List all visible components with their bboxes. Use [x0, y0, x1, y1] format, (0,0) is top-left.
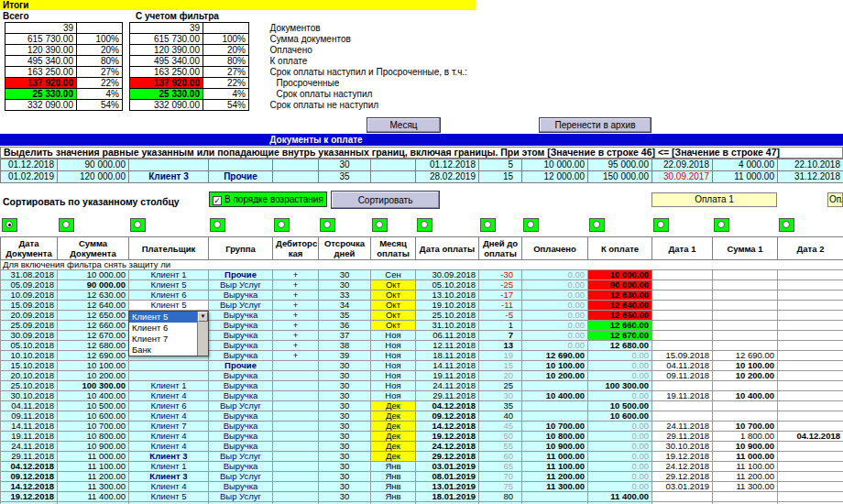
filter-cell[interactable]: Клиент 3 [129, 171, 209, 183]
table-cell[interactable]: 37 [319, 331, 371, 341]
table-cell[interactable]: 12 650.00 [58, 311, 129, 321]
table-cell[interactable] [652, 411, 713, 422]
table-cell[interactable] [713, 270, 778, 280]
table-cell[interactable]: 06.11.2018 [416, 331, 479, 341]
table-cell[interactable] [273, 472, 319, 482]
table-cell[interactable]: 0.00 [588, 361, 652, 371]
table-cell[interactable]: 30 [319, 280, 371, 290]
table-cell[interactable]: 0.00 [588, 432, 652, 442]
table-cell[interactable]: Прочие [209, 270, 273, 280]
table-cell[interactable] [522, 492, 588, 502]
table-cell[interactable]: + [273, 321, 319, 331]
filter-cell[interactable]: 30.09.2017 [652, 171, 713, 183]
table-cell[interactable]: 10.10.2018 [1, 351, 58, 361]
table-cell[interactable]: 12 650.00 [588, 311, 652, 321]
table-cell[interactable] [129, 371, 209, 381]
table-cell[interactable]: 10 900.00 [713, 442, 778, 452]
table-cell[interactable] [652, 321, 713, 331]
table-cell[interactable]: Клиент 1 [129, 270, 209, 280]
table-cell[interactable]: 15 [479, 361, 522, 371]
table-cell[interactable]: + [273, 351, 319, 361]
table-cell[interactable]: Окт [371, 301, 416, 311]
table-cell[interactable]: 29.11.2018 [652, 432, 713, 442]
filter-cell[interactable]: 11 000.00 [713, 171, 778, 183]
table-cell[interactable] [778, 492, 843, 502]
table-cell[interactable]: 10 100.00 [713, 361, 778, 371]
table-cell[interactable]: 09.11.2018 [1, 411, 58, 422]
filter-cell[interactable]: 30 [319, 159, 371, 171]
table-cell[interactable]: 10 000.00 [58, 270, 129, 280]
filter-cell[interactable]: 28.02.2019 [416, 171, 479, 183]
table-cell[interactable] [713, 381, 778, 391]
table-cell[interactable]: 10 900.00 [522, 442, 588, 452]
filter-cell[interactable] [371, 159, 416, 171]
table-cell[interactable]: Выручка [209, 482, 273, 492]
table-cell[interactable]: Янв [371, 492, 416, 502]
filter-cell[interactable]: 01.12.2018 [1, 159, 58, 171]
table-cell[interactable] [273, 452, 319, 462]
table-cell[interactable]: 11 000.00 [522, 452, 588, 462]
table-cell[interactable]: 30 [479, 391, 522, 401]
table-cell[interactable]: 19.12.2018 [652, 452, 713, 462]
table-cell[interactable]: + [273, 341, 319, 351]
table-cell[interactable]: 12 630.00 [58, 290, 129, 301]
table-cell[interactable]: Выр Услуг [209, 452, 273, 462]
table-cell[interactable]: 60 [479, 452, 522, 462]
table-cell[interactable]: 30 [319, 371, 371, 381]
table-cell[interactable]: 1 [479, 321, 522, 331]
table-cell[interactable] [652, 311, 713, 321]
table-cell[interactable] [778, 361, 843, 371]
table-cell[interactable]: + [273, 311, 319, 321]
table-cell[interactable]: 11 000.00 [58, 452, 129, 462]
table-cell[interactable]: Выручка [209, 411, 273, 422]
table-cell[interactable] [778, 371, 843, 381]
column-select-radio[interactable] [589, 218, 605, 232]
table-cell[interactable]: 19.11.2018 [1, 432, 58, 442]
table-cell[interactable]: 30 [319, 422, 371, 432]
table-cell[interactable]: 55 [479, 442, 522, 452]
table-cell[interactable]: 0.00 [588, 422, 652, 432]
table-cell[interactable]: 0.00 [588, 472, 652, 482]
filter-cell[interactable]: Прочие [209, 171, 273, 183]
table-cell[interactable] [522, 411, 588, 422]
table-cell[interactable]: 11 300.00 [58, 482, 129, 492]
table-cell[interactable]: 10 100.00 [522, 361, 588, 371]
filter-cell[interactable]: 15 [479, 171, 522, 183]
table-cell[interactable] [652, 381, 713, 391]
table-cell[interactable]: 30.10.2018 [652, 442, 713, 452]
dropdown-item[interactable]: Клиент 7 [129, 334, 197, 345]
table-cell[interactable] [273, 401, 319, 411]
dropdown-scrollbar[interactable]: ▼ [197, 312, 208, 356]
table-cell[interactable] [522, 401, 588, 411]
table-cell[interactable]: 10 800.00 [58, 432, 129, 442]
table-cell[interactable]: -5 [479, 311, 522, 321]
table-cell[interactable]: 13.01.2019 [416, 482, 479, 492]
dropdown-arrow-icon[interactable]: ▼ [198, 312, 208, 322]
table-cell[interactable]: 12 670.00 [588, 331, 652, 341]
filter-cell[interactable] [209, 159, 273, 171]
table-cell[interactable]: 30 [319, 401, 371, 411]
table-cell[interactable]: 35 [479, 401, 522, 411]
table-cell[interactable]: + [273, 270, 319, 280]
table-cell[interactable]: Янв [371, 482, 416, 492]
table-cell[interactable]: Клиент 5 [129, 492, 209, 502]
table-cell[interactable] [273, 361, 319, 371]
table-cell[interactable]: 10 400.00 [58, 391, 129, 401]
table-cell[interactable]: 75 [479, 482, 522, 492]
table-cell[interactable]: 100 300.00 [588, 381, 652, 391]
table-cell[interactable]: 30 [319, 492, 371, 502]
table-cell[interactable]: 0.00 [522, 341, 588, 351]
table-cell[interactable]: 10 200.00 [58, 371, 129, 381]
table-cell[interactable]: 31.10.2018 [416, 321, 479, 331]
table-cell[interactable]: 45 [479, 422, 522, 432]
table-cell[interactable]: 14.11.2018 [1, 422, 58, 432]
table-cell[interactable]: 0.00 [588, 452, 652, 462]
table-cell[interactable]: 10 600.00 [58, 411, 129, 422]
filter-cell[interactable]: 150 000.00 [588, 171, 652, 183]
filter-cell[interactable]: 31.12.2018 [778, 171, 843, 183]
table-cell[interactable]: Клиент 6 [129, 290, 209, 301]
filter-cell[interactable]: 22.09.2018 [652, 159, 713, 171]
table-cell[interactable]: Дек [371, 401, 416, 411]
table-cell[interactable]: 20.10.2018 [1, 371, 58, 381]
table-cell[interactable]: 10 700.00 [522, 422, 588, 432]
